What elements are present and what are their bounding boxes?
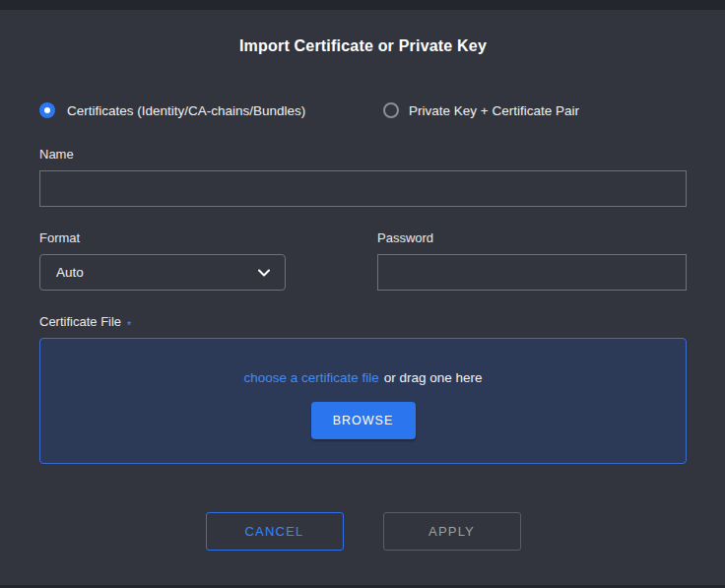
- browse-button[interactable]: BROWSE: [311, 402, 416, 439]
- password-input[interactable]: [377, 254, 687, 291]
- password-field-group: Password: [377, 230, 687, 291]
- format-field-group: Format Auto: [39, 230, 286, 291]
- radio-selected-icon[interactable]: [39, 102, 55, 118]
- radio-private-key-pair-label: Private Key + Certificate Pair: [409, 103, 579, 118]
- certificate-file-group: Certificate File * choose a certificate …: [39, 314, 687, 464]
- required-asterisk: *: [127, 319, 131, 331]
- import-type-radio-group: Certificates (Identity/CA-chains/Bundles…: [39, 102, 687, 118]
- apply-button[interactable]: APPLY: [383, 512, 521, 551]
- name-label: Name: [39, 147, 687, 162]
- cancel-button[interactable]: CANCEL: [206, 512, 344, 551]
- choose-file-link[interactable]: choose a certificate file: [243, 370, 378, 385]
- name-input[interactable]: [39, 170, 687, 207]
- radio-private-key-pair[interactable]: Private Key + Certificate Pair: [383, 102, 579, 118]
- window-top-edge: [0, 0, 725, 10]
- drag-here-text: or drag one here: [384, 370, 483, 385]
- format-select[interactable]: Auto: [39, 254, 286, 291]
- radio-unselected-icon[interactable]: [383, 102, 399, 118]
- format-password-row: Format Auto Password: [39, 230, 687, 291]
- certificate-file-label: Certificate File: [39, 314, 121, 329]
- format-selected-value: Auto: [56, 265, 257, 280]
- name-field-group: Name: [39, 147, 687, 207]
- radio-certificates-label: Certificates (Identity/CA-chains/Bundles…: [67, 103, 305, 118]
- radio-certificates[interactable]: Certificates (Identity/CA-chains/Bundles…: [39, 102, 383, 118]
- password-label: Password: [377, 230, 687, 245]
- dialog-footer: CANCEL APPLY: [39, 512, 687, 551]
- dropzone-instructions: choose a certificate fileor drag one her…: [243, 370, 482, 385]
- certificate-file-dropzone[interactable]: choose a certificate fileor drag one her…: [39, 338, 687, 464]
- import-certificate-dialog: Import Certificate or Private Key Certif…: [0, 37, 725, 551]
- dialog-title: Import Certificate or Private Key: [39, 37, 687, 56]
- chevron-down-icon: [257, 266, 271, 280]
- format-label: Format: [39, 230, 286, 245]
